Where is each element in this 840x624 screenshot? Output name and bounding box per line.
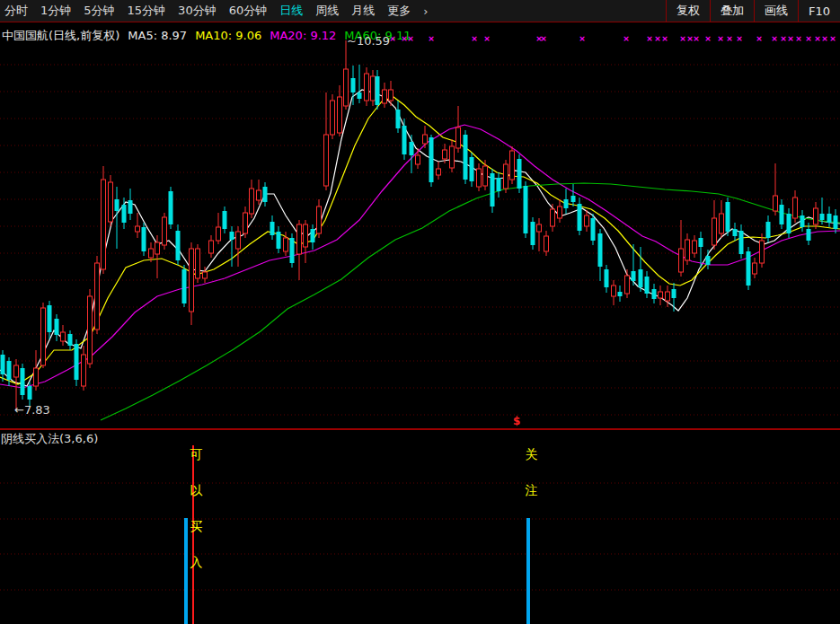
candle-up	[284, 238, 288, 251]
candle-up	[82, 355, 86, 386]
candle-up	[537, 224, 542, 232]
candle-up	[383, 90, 387, 103]
candle-up	[203, 272, 208, 278]
period-tab-30min[interactable]: 30分钟	[178, 3, 217, 19]
sell-x-marker: ×	[795, 34, 802, 43]
candle-up	[250, 189, 254, 214]
candle-down	[68, 334, 73, 346]
candlestick-chart[interactable]: ×××××××××××××××××××××××××××××	[0, 0, 840, 624]
candle-up	[504, 164, 508, 189]
candle-down	[645, 277, 650, 294]
candle-up	[190, 249, 194, 312]
sell-x-marker: ×	[661, 34, 668, 43]
candle-down	[270, 222, 275, 235]
candle-down	[591, 218, 596, 241]
candle-down	[410, 142, 414, 155]
candle-down	[564, 199, 569, 208]
sell-x-marker: ×	[821, 34, 828, 43]
candle-up	[720, 214, 724, 233]
candle-down	[531, 222, 535, 245]
candle-down	[827, 214, 832, 223]
candle-down	[800, 215, 805, 227]
candle-down	[807, 229, 811, 241]
signal-blue-bar	[184, 518, 188, 624]
period-tab-daily[interactable]: 日线	[279, 3, 303, 19]
sell-x-marker: ×	[771, 34, 778, 43]
ma-value-0: MA5: 8.97	[128, 29, 187, 42]
sell-x-marker: ×	[483, 34, 491, 43]
candle-down	[632, 271, 636, 281]
candle-down	[706, 256, 711, 265]
candle-down	[820, 214, 825, 220]
candle-up	[243, 213, 248, 233]
huaxian-button[interactable]: 画线	[754, 0, 798, 22]
candle-down	[598, 233, 603, 267]
candle-down	[726, 202, 730, 232]
low-price-label: ←7.83	[14, 403, 50, 417]
candle-up	[483, 166, 488, 186]
candle-up	[693, 241, 697, 253]
candle-up	[163, 217, 167, 245]
toolbar: 分时1分钟5分钟15分钟30分钟60分钟日线周线月线更多› 复权叠加画线F10	[0, 0, 840, 22]
candle-up	[450, 146, 455, 168]
sell-x-marker: ×	[679, 34, 686, 43]
candle-up	[793, 198, 798, 218]
candle-up	[510, 151, 515, 180]
period-tab-5min[interactable]: 5分钟	[84, 3, 114, 19]
candle-up	[625, 276, 630, 294]
candle-up	[34, 368, 39, 386]
candle-down	[7, 361, 12, 380]
candle-up	[257, 190, 261, 200]
candle-down	[618, 292, 623, 296]
candle-up	[659, 292, 663, 298]
candle-up	[389, 90, 393, 101]
period-tab-1min[interactable]: 1分钟	[40, 3, 71, 19]
candle-up	[712, 218, 717, 245]
candle-down	[699, 238, 703, 247]
candle-up	[324, 135, 329, 186]
candle-up	[679, 249, 684, 272]
signal-text-1: 关注	[525, 448, 538, 520]
candle-up	[209, 241, 214, 253]
indicator-label: 阴线买入法(3,6,6)	[1, 431, 98, 447]
diejia-button[interactable]: 叠加	[710, 0, 754, 22]
candle-up	[551, 209, 555, 226]
candle-down	[497, 178, 501, 191]
candle-up	[14, 365, 19, 377]
candle-down	[605, 269, 609, 287]
sell-x-marker: ×	[726, 34, 733, 43]
signal-blue-bar	[526, 518, 530, 624]
candle-down	[524, 186, 528, 233]
candle-up	[760, 241, 765, 263]
period-more-arrow[interactable]: ›	[423, 4, 428, 18]
candle-up	[753, 263, 757, 274]
candle-down	[182, 269, 187, 303]
candle-down	[230, 232, 234, 240]
candle-down	[491, 173, 495, 207]
sell-x-marker: ×	[646, 34, 653, 43]
candle-down	[747, 251, 751, 286]
sell-x-marker: ×	[829, 34, 836, 43]
sell-x-marker: ×	[540, 34, 547, 43]
candle-down	[223, 211, 227, 229]
fuquan-button[interactable]: 复权	[666, 0, 710, 22]
candle-up	[544, 236, 549, 251]
period-tab-monthly[interactable]: 月线	[351, 3, 375, 19]
candle-up	[456, 127, 461, 148]
period-tab-fenshi[interactable]: 分时	[4, 3, 28, 19]
candle-down	[75, 344, 79, 380]
symbol-name: 中国国航(日线,前复权)	[2, 29, 119, 42]
candle-down	[517, 159, 522, 189]
sell-x-marker: ×	[693, 34, 700, 43]
f10-button[interactable]: F10	[798, 0, 840, 22]
sell-x-marker: ×	[787, 34, 794, 43]
candle-up	[88, 296, 93, 364]
period-tab-60min[interactable]: 60分钟	[229, 3, 268, 19]
sell-signal-dollar: $	[513, 415, 520, 427]
candle-down	[122, 205, 127, 223]
period-tab-weekly[interactable]: 周线	[315, 3, 339, 19]
period-tab-15min[interactable]: 15分钟	[128, 3, 166, 19]
candle-down	[429, 137, 434, 182]
candle-down	[351, 78, 356, 92]
period-tab-more[interactable]: 更多	[387, 3, 411, 19]
